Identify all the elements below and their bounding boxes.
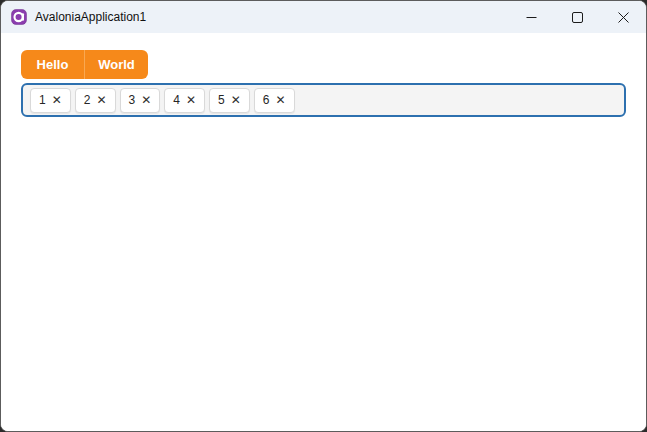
chip-3: 3 ✕	[120, 88, 161, 113]
titlebar[interactable]: AvaloniaApplication1	[1, 1, 646, 33]
tabstrip: Hello World	[21, 50, 148, 79]
chip-value: 2	[84, 93, 91, 107]
tab-world[interactable]: World	[85, 50, 148, 79]
chip-remove-icon[interactable]: ✕	[96, 94, 106, 106]
app-window: AvaloniaApplication1 H	[0, 0, 647, 432]
maximize-button[interactable]	[554, 1, 600, 33]
window-content: Hello World 1 ✕ 2 ✕ 3 ✕ 4 ✕ 5	[1, 33, 646, 431]
chip-remove-icon[interactable]: ✕	[186, 94, 196, 106]
chip-1: 1 ✕	[30, 88, 71, 113]
avalonia-logo-icon[interactable]	[11, 9, 27, 25]
chipbox[interactable]: 1 ✕ 2 ✕ 3 ✕ 4 ✕ 5 ✕ 6 ✕	[21, 83, 626, 117]
minimize-icon	[526, 12, 537, 23]
minimize-button[interactable]	[508, 1, 554, 33]
chip-value: 1	[39, 93, 46, 107]
chip-value: 3	[129, 93, 136, 107]
chip-6: 6 ✕	[254, 88, 295, 113]
chip-remove-icon[interactable]: ✕	[231, 94, 241, 106]
close-icon	[618, 12, 629, 23]
tab-hello[interactable]: Hello	[21, 50, 84, 79]
chip-value: 4	[173, 93, 180, 107]
close-button[interactable]	[600, 1, 646, 33]
chip-5: 5 ✕	[209, 88, 250, 113]
chip-remove-icon[interactable]: ✕	[275, 94, 285, 106]
chip-value: 5	[218, 93, 225, 107]
chip-remove-icon[interactable]: ✕	[52, 94, 62, 106]
chip-remove-icon[interactable]: ✕	[141, 94, 151, 106]
window-title: AvaloniaApplication1	[35, 10, 146, 24]
chip-value: 6	[263, 93, 270, 107]
maximize-icon	[572, 12, 583, 23]
chip-4: 4 ✕	[164, 88, 205, 113]
caption-buttons	[508, 1, 646, 33]
chip-2: 2 ✕	[75, 88, 116, 113]
